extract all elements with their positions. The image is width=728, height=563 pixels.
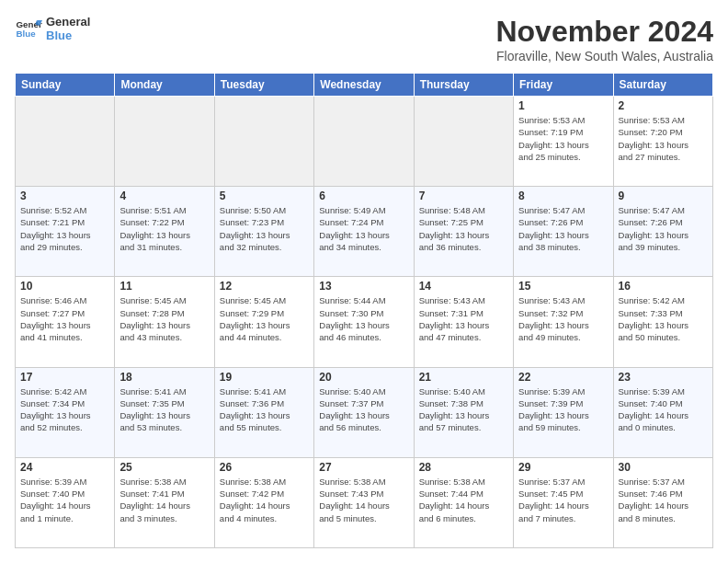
location: Floraville, New South Wales, Australia: [495, 49, 713, 63]
calendar-day-cell: 4Sunrise: 5:51 AMSunset: 7:22 PMDaylight…: [115, 187, 214, 277]
calendar-day-cell: 12Sunrise: 5:45 AMSunset: 7:29 PMDayligh…: [214, 277, 313, 367]
day-number: 12: [220, 280, 309, 293]
weekday-header: Monday: [115, 74, 214, 97]
day-number: 8: [518, 190, 608, 202]
day-number: 6: [319, 190, 408, 202]
day-number: 3: [20, 190, 109, 202]
day-number: 4: [119, 190, 209, 202]
calendar-day-cell: 23Sunrise: 5:39 AMSunset: 7:40 PMDayligh…: [613, 367, 712, 457]
day-info: Sunrise: 5:39 AMSunset: 7:40 PMDaylight:…: [619, 385, 708, 434]
calendar-day-cell: [115, 97, 214, 187]
day-number: 2: [619, 99, 708, 112]
weekday-header: Tuesday: [214, 74, 313, 97]
calendar-day-cell: 24Sunrise: 5:39 AMSunset: 7:40 PMDayligh…: [16, 457, 115, 547]
calendar-day-cell: 21Sunrise: 5:40 AMSunset: 7:38 PMDayligh…: [414, 367, 513, 457]
day-number: 26: [220, 461, 309, 474]
day-number: 14: [419, 280, 508, 293]
day-number: 5: [220, 190, 309, 202]
day-number: 13: [319, 280, 408, 293]
calendar-day-cell: [314, 97, 414, 187]
day-info: Sunrise: 5:43 AMSunset: 7:32 PMDaylight:…: [518, 294, 608, 343]
day-info: Sunrise: 5:41 AMSunset: 7:35 PMDaylight:…: [119, 385, 209, 434]
day-info: Sunrise: 5:43 AMSunset: 7:31 PMDaylight:…: [419, 294, 508, 343]
calendar-day-cell: 9Sunrise: 5:47 AMSunset: 7:26 PMDaylight…: [613, 187, 712, 277]
day-number: 29: [518, 461, 608, 474]
day-number: 21: [419, 371, 508, 384]
day-info: Sunrise: 5:37 AMSunset: 7:46 PMDaylight:…: [619, 476, 708, 524]
calendar-week-row: 1Sunrise: 5:53 AMSunset: 7:19 PMDaylight…: [16, 97, 713, 187]
calendar-day-cell: 27Sunrise: 5:38 AMSunset: 7:43 PMDayligh…: [314, 457, 414, 547]
day-info: Sunrise: 5:45 AMSunset: 7:28 PMDaylight:…: [119, 294, 209, 343]
day-number: 7: [419, 190, 508, 202]
day-number: 20: [319, 371, 408, 384]
calendar-day-cell: 14Sunrise: 5:43 AMSunset: 7:31 PMDayligh…: [414, 277, 513, 367]
calendar-table: SundayMondayTuesdayWednesdayThursdayFrid…: [15, 73, 713, 548]
logo-icon: General Blue: [15, 15, 42, 42]
day-info: Sunrise: 5:38 AMSunset: 7:44 PMDaylight:…: [419, 476, 508, 524]
calendar-day-cell: [16, 97, 115, 187]
calendar-day-cell: 20Sunrise: 5:40 AMSunset: 7:37 PMDayligh…: [314, 367, 414, 457]
day-info: Sunrise: 5:42 AMSunset: 7:34 PMDaylight:…: [20, 385, 109, 434]
day-number: 18: [119, 371, 209, 384]
day-info: Sunrise: 5:44 AMSunset: 7:30 PMDaylight:…: [319, 294, 408, 343]
calendar-day-cell: 13Sunrise: 5:44 AMSunset: 7:30 PMDayligh…: [314, 277, 414, 367]
day-number: 24: [20, 461, 109, 474]
calendar-day-cell: 7Sunrise: 5:48 AMSunset: 7:25 PMDaylight…: [414, 187, 513, 277]
day-number: 28: [419, 461, 508, 474]
day-info: Sunrise: 5:46 AMSunset: 7:27 PMDaylight:…: [20, 294, 109, 343]
month-title: November 2024: [495, 15, 713, 49]
weekday-header: Thursday: [414, 74, 513, 97]
day-info: Sunrise: 5:38 AMSunset: 7:41 PMDaylight:…: [119, 476, 209, 524]
day-info: Sunrise: 5:42 AMSunset: 7:33 PMDaylight:…: [619, 294, 708, 343]
day-number: 15: [518, 280, 608, 293]
day-info: Sunrise: 5:45 AMSunset: 7:29 PMDaylight:…: [220, 294, 309, 343]
weekday-header: Friday: [514, 74, 613, 97]
day-info: Sunrise: 5:53 AMSunset: 7:20 PMDaylight:…: [619, 114, 708, 163]
day-info: Sunrise: 5:53 AMSunset: 7:19 PMDaylight:…: [518, 114, 608, 163]
day-info: Sunrise: 5:52 AMSunset: 7:21 PMDaylight:…: [20, 204, 109, 253]
weekday-header: Saturday: [613, 74, 712, 97]
svg-text:Blue: Blue: [17, 29, 37, 39]
calendar-day-cell: 11Sunrise: 5:45 AMSunset: 7:28 PMDayligh…: [115, 277, 214, 367]
calendar-day-cell: 18Sunrise: 5:41 AMSunset: 7:35 PMDayligh…: [115, 367, 214, 457]
calendar-header-row: SundayMondayTuesdayWednesdayThursdayFrid…: [16, 74, 713, 97]
calendar-day-cell: 5Sunrise: 5:50 AMSunset: 7:23 PMDaylight…: [214, 187, 313, 277]
calendar-week-row: 10Sunrise: 5:46 AMSunset: 7:27 PMDayligh…: [16, 277, 713, 367]
calendar-day-cell: 28Sunrise: 5:38 AMSunset: 7:44 PMDayligh…: [414, 457, 513, 547]
day-info: Sunrise: 5:37 AMSunset: 7:45 PMDaylight:…: [518, 476, 608, 524]
calendar-day-cell: 15Sunrise: 5:43 AMSunset: 7:32 PMDayligh…: [514, 277, 613, 367]
day-info: Sunrise: 5:40 AMSunset: 7:38 PMDaylight:…: [419, 385, 508, 434]
calendar-week-row: 17Sunrise: 5:42 AMSunset: 7:34 PMDayligh…: [16, 367, 713, 457]
day-info: Sunrise: 5:51 AMSunset: 7:22 PMDaylight:…: [119, 204, 209, 253]
calendar-day-cell: [414, 97, 513, 187]
day-info: Sunrise: 5:47 AMSunset: 7:26 PMDaylight:…: [619, 204, 708, 253]
calendar-day-cell: 29Sunrise: 5:37 AMSunset: 7:45 PMDayligh…: [514, 457, 613, 547]
calendar-day-cell: [214, 97, 313, 187]
day-number: 27: [319, 461, 408, 474]
logo: General Blue General Blue: [15, 15, 90, 42]
day-number: 1: [518, 99, 608, 112]
day-info: Sunrise: 5:47 AMSunset: 7:26 PMDaylight:…: [518, 204, 608, 253]
weekday-header: Sunday: [16, 74, 115, 97]
day-info: Sunrise: 5:40 AMSunset: 7:37 PMDaylight:…: [319, 385, 408, 434]
logo-blue-text: Blue: [46, 29, 90, 42]
calendar-day-cell: 10Sunrise: 5:46 AMSunset: 7:27 PMDayligh…: [16, 277, 115, 367]
calendar-week-row: 3Sunrise: 5:52 AMSunset: 7:21 PMDaylight…: [16, 187, 713, 277]
title-block: November 2024 Floraville, New South Wale…: [495, 15, 713, 63]
calendar-day-cell: 17Sunrise: 5:42 AMSunset: 7:34 PMDayligh…: [16, 367, 115, 457]
calendar-day-cell: 2Sunrise: 5:53 AMSunset: 7:20 PMDaylight…: [613, 97, 712, 187]
day-info: Sunrise: 5:48 AMSunset: 7:25 PMDaylight:…: [419, 204, 508, 253]
calendar-day-cell: 30Sunrise: 5:37 AMSunset: 7:46 PMDayligh…: [613, 457, 712, 547]
calendar-day-cell: 3Sunrise: 5:52 AMSunset: 7:21 PMDaylight…: [16, 187, 115, 277]
day-number: 11: [119, 280, 209, 293]
calendar-day-cell: 6Sunrise: 5:49 AMSunset: 7:24 PMDaylight…: [314, 187, 414, 277]
day-info: Sunrise: 5:39 AMSunset: 7:39 PMDaylight:…: [518, 385, 608, 434]
day-number: 17: [20, 371, 109, 384]
calendar-day-cell: 1Sunrise: 5:53 AMSunset: 7:19 PMDaylight…: [514, 97, 613, 187]
weekday-header: Wednesday: [314, 74, 414, 97]
calendar-week-row: 24Sunrise: 5:39 AMSunset: 7:40 PMDayligh…: [16, 457, 713, 547]
calendar-day-cell: 8Sunrise: 5:47 AMSunset: 7:26 PMDaylight…: [514, 187, 613, 277]
day-number: 10: [20, 280, 109, 293]
day-info: Sunrise: 5:38 AMSunset: 7:42 PMDaylight:…: [220, 476, 309, 524]
day-number: 16: [619, 280, 708, 293]
